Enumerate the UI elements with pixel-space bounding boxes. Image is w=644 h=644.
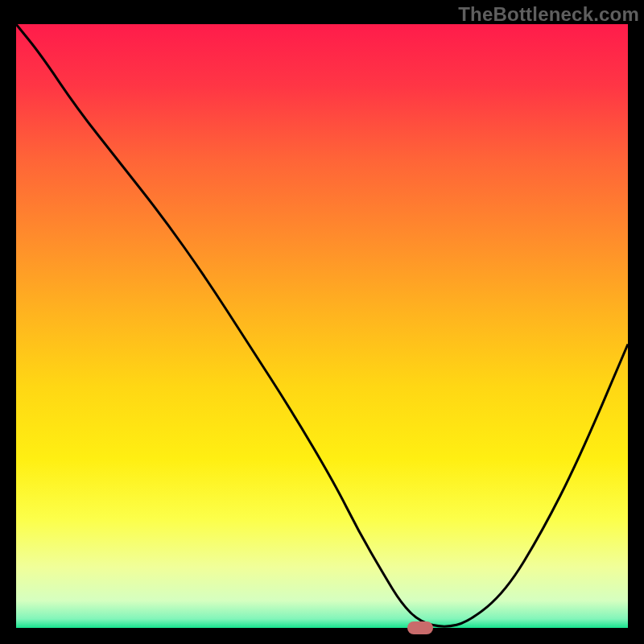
chart-svg bbox=[16, 24, 628, 628]
plot-area bbox=[16, 24, 628, 628]
optimal-marker bbox=[407, 621, 433, 635]
chart-frame: TheBottleneck.com bbox=[0, 0, 644, 644]
watermark-text: TheBottleneck.com bbox=[458, 3, 639, 26]
gradient-rect bbox=[16, 24, 628, 628]
